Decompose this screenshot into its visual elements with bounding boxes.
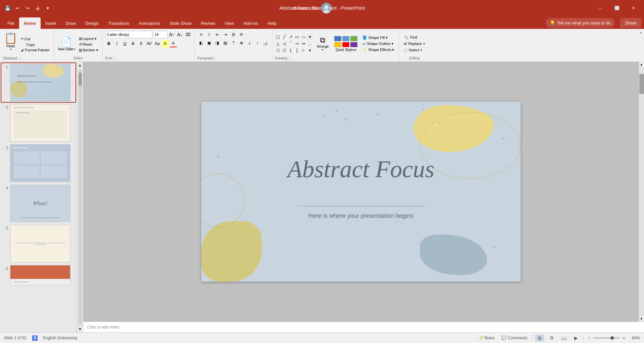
scroll-down-right[interactable]: ▼ bbox=[639, 316, 644, 322]
slideshow-button[interactable]: ▶ bbox=[571, 334, 581, 342]
highlight-button[interactable]: A bbox=[162, 40, 169, 47]
undo-button[interactable]: ↩ bbox=[13, 3, 22, 13]
rtriangle-tool[interactable]: ◁ bbox=[281, 41, 287, 47]
shadow-button[interactable]: S bbox=[138, 40, 145, 47]
print-button[interactable]: 🖨 bbox=[33, 3, 42, 13]
tab-view[interactable]: View bbox=[220, 17, 239, 29]
zoom-level[interactable]: 84% bbox=[629, 336, 640, 340]
tab-help[interactable]: Help bbox=[263, 17, 281, 29]
font-name-input[interactable] bbox=[105, 31, 152, 38]
redo-button[interactable]: ↪ bbox=[23, 3, 32, 13]
collapse-ribbon-button[interactable]: ⌃ bbox=[638, 30, 644, 61]
font-expand[interactable]: ⬚ bbox=[113, 57, 116, 60]
bullets-button[interactable]: ≡ bbox=[198, 31, 205, 38]
paragraph-expand[interactable]: ⬚ bbox=[214, 57, 217, 60]
shape-outline-button[interactable]: ▭ Shape Outline ▾ bbox=[360, 41, 396, 46]
scroll-up-right[interactable]: ▲ bbox=[639, 62, 644, 67]
line-spacing-button[interactable]: ↕ bbox=[254, 39, 261, 47]
scroll-down-button[interactable]: ▼ bbox=[77, 326, 83, 332]
darrow-tool[interactable]: ⇔ bbox=[301, 41, 307, 47]
select-tool[interactable]: ▢ bbox=[275, 34, 281, 40]
tab-review[interactable]: Review bbox=[196, 17, 220, 29]
share-button[interactable]: Share bbox=[620, 18, 641, 28]
smartart-button[interactable]: 📊 bbox=[262, 39, 269, 47]
change-case-button[interactable]: Aa bbox=[154, 40, 161, 47]
select-button[interactable]: ⬚ Select ▾ bbox=[402, 48, 427, 53]
reading-view-button[interactable]: 📖 bbox=[559, 334, 569, 342]
save-button[interactable]: 💾 bbox=[3, 3, 12, 13]
align-middle-button[interactable]: ⊕ bbox=[238, 39, 245, 47]
minimize-button[interactable]: ─ bbox=[592, 3, 608, 13]
tab-transitions[interactable]: Transitions bbox=[103, 17, 134, 29]
hexagon-tool[interactable]: ⬡ bbox=[275, 47, 281, 53]
cut-button[interactable]: ✂Cut bbox=[19, 36, 51, 41]
slide-thumbnail-2[interactable]: 2 Contents of This Template Template con… bbox=[1, 103, 75, 142]
align-top-button[interactable]: ⊤ bbox=[230, 39, 237, 47]
find-button[interactable]: 🔍 Find bbox=[402, 35, 427, 40]
more-shapes[interactable]: … bbox=[307, 41, 313, 47]
italic-button[interactable]: I bbox=[113, 40, 121, 47]
numbering-button[interactable]: ⒈ bbox=[206, 31, 213, 38]
slide-thumbnail-4[interactable]: 4 Whoa! This slide can be the start of s… bbox=[1, 184, 75, 223]
decrease-indent-button[interactable]: ⇤ bbox=[214, 31, 221, 38]
slide-thumbnail-1[interactable]: 1 Abstract Focus Here is where your pres… bbox=[1, 63, 75, 102]
slide-thumbnail-5[interactable]: 5 "This is a quote, words full of wisdom… bbox=[1, 224, 75, 263]
align-center-button[interactable]: ▣ bbox=[206, 39, 213, 47]
arrow2-tool[interactable]: ⇨ bbox=[294, 41, 300, 47]
underline-button[interactable]: U bbox=[121, 40, 129, 47]
shapes-more2[interactable]: ▾ bbox=[307, 47, 313, 53]
tab-draw[interactable]: Draw bbox=[61, 17, 80, 29]
pentagon-tool[interactable]: ⬠ bbox=[281, 47, 287, 53]
columns-button[interactable]: ⊟ bbox=[230, 31, 237, 38]
shape-expand[interactable]: ▾ bbox=[307, 34, 313, 40]
decrease-font-button[interactable]: A↓ bbox=[176, 31, 184, 38]
curve-tool[interactable]: ⌒ bbox=[288, 41, 294, 47]
rect-tool[interactable]: ▭ bbox=[294, 34, 300, 40]
paste-dropdown[interactable]: ▾ bbox=[10, 48, 11, 51]
slide-thumbnail-6[interactable]: 6 Maybe You Need to... bbox=[1, 264, 75, 286]
format-painter-button[interactable]: 🖌Format Painter bbox=[19, 48, 51, 52]
quick-styles-button[interactable]: Quick Styles ▾ bbox=[333, 33, 359, 54]
line-tool[interactable]: ╱ bbox=[281, 34, 287, 40]
accessibility-button[interactable]: ♿ bbox=[32, 335, 38, 341]
tab-design[interactable]: Design bbox=[80, 17, 103, 29]
reset-button[interactable]: ↺Reset bbox=[77, 42, 100, 47]
bracket-tool[interactable]: [ bbox=[294, 47, 300, 53]
new-slide-button[interactable]: 📄 New Slide ▾ bbox=[57, 36, 76, 52]
text-direction-button[interactable]: ⟳ bbox=[238, 31, 245, 38]
align-right-button[interactable]: ◨ bbox=[214, 39, 221, 47]
bold-button[interactable]: B bbox=[105, 40, 113, 47]
align-left-button[interactable]: ◧ bbox=[198, 39, 205, 47]
tab-slideshow[interactable]: Slide Show bbox=[165, 17, 196, 29]
shape-fill-button[interactable]: 🪣 Shape Fill ▾ bbox=[360, 35, 396, 40]
copy-button[interactable]: 📄Copy bbox=[19, 42, 51, 47]
char-spacing-button[interactable]: AV bbox=[146, 40, 153, 47]
slide-canvas-area[interactable]: Abstract Focus Here is where your presen… bbox=[83, 62, 639, 322]
brace-tool[interactable]: { bbox=[288, 47, 294, 53]
tell-me-input[interactable]: 💡 Tell me what you want to do bbox=[546, 18, 615, 28]
arrow-tool[interactable]: ↗ bbox=[288, 34, 294, 40]
font-size-input[interactable] bbox=[153, 31, 168, 38]
notes-button[interactable]: 📝 Notes bbox=[476, 335, 497, 341]
scroll-thumb[interactable] bbox=[78, 72, 82, 86]
arrange-button[interactable]: ⧉ Arrange ▾ bbox=[314, 33, 332, 54]
star-tool[interactable]: ☆ bbox=[301, 47, 307, 53]
increase-indent-button[interactable]: ⇥ bbox=[222, 31, 229, 38]
zoom-slider[interactable] bbox=[593, 337, 620, 339]
tab-animations[interactable]: Animations bbox=[134, 17, 165, 29]
v-scroll-thumb[interactable] bbox=[639, 74, 644, 94]
clear-format-button[interactable]: ⌧ bbox=[184, 31, 192, 38]
triangle-tool[interactable]: △ bbox=[275, 41, 281, 47]
customize-button[interactable]: ▾ bbox=[43, 3, 52, 13]
close-button[interactable]: ✕ bbox=[626, 3, 641, 13]
scroll-up-button[interactable]: ▲ bbox=[77, 62, 83, 68]
clipboard-expand[interactable]: ⬚ bbox=[18, 57, 21, 60]
slide-sorter-button[interactable]: ⧉ bbox=[547, 334, 556, 342]
zoom-out-button[interactable]: − bbox=[586, 335, 592, 341]
tab-home[interactable]: Home bbox=[19, 17, 41, 29]
comments-button[interactable]: 💬 Comments bbox=[499, 335, 529, 341]
replace-button[interactable]: ⇄ Replace ▾ bbox=[402, 41, 427, 46]
paste-button[interactable]: 📋 Paste ▾ bbox=[3, 31, 19, 56]
drawing-expand[interactable]: ⬚ bbox=[288, 57, 291, 60]
zoom-in-button[interactable]: + bbox=[621, 335, 627, 341]
